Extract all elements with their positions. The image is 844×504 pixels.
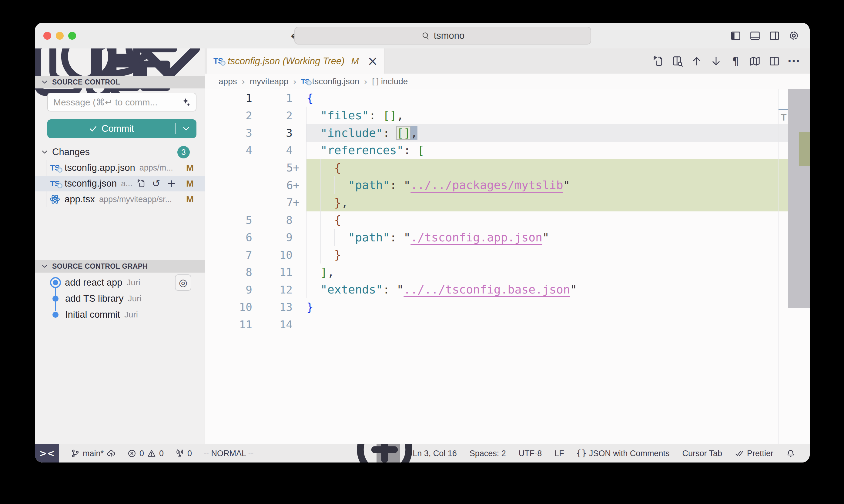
commit-row[interactable]: Initial commitJuri bbox=[35, 307, 205, 323]
gear-icon[interactable] bbox=[788, 30, 799, 41]
status-item-encoding[interactable]: UTF-8 bbox=[519, 449, 542, 458]
activity-item-chevron-down[interactable] bbox=[162, 55, 176, 69]
layout-sidebar-left-icon[interactable] bbox=[730, 30, 741, 41]
original-line-number: 8 bbox=[205, 266, 252, 278]
breadcrumb-item-apps[interactable]: apps bbox=[219, 77, 237, 86]
breadcrumb-separator: › bbox=[242, 76, 245, 87]
pilcrow-button[interactable]: ¶ bbox=[730, 55, 741, 67]
commit-message: add react app bbox=[65, 277, 122, 288]
branch-icon bbox=[71, 449, 80, 458]
document-link[interactable]: ../../tsconfig.base.json bbox=[403, 283, 570, 296]
command-center-search[interactable]: tsmono bbox=[294, 26, 591, 44]
arrow-down-button[interactable] bbox=[710, 55, 722, 67]
minimize-button[interactable] bbox=[56, 32, 64, 40]
split-editor-button[interactable] bbox=[769, 55, 780, 67]
status-item-eol[interactable]: LF bbox=[554, 449, 564, 458]
status-item-zoom-indicator[interactable] bbox=[377, 444, 400, 463]
changed-file-row[interactable]: TStsconfig.jsona...↺+M bbox=[35, 176, 205, 192]
original-line-number: 3 bbox=[205, 127, 252, 139]
code-line[interactable]: 33 "include": [], bbox=[205, 124, 810, 142]
breadcrumb-item-tsconfig-json[interactable]: TStsconfig.json bbox=[301, 77, 359, 86]
tab-close-button[interactable]: × bbox=[367, 55, 378, 68]
status-item-remote-indicator[interactable]: >< bbox=[35, 444, 59, 463]
status-item-cursor-position[interactable]: Ln 3, Col 16 bbox=[413, 449, 457, 458]
changes-section-header[interactable]: Changes 3 bbox=[35, 144, 205, 160]
code-line[interactable]: 1114 bbox=[205, 316, 810, 334]
document-link[interactable]: ./tsconfig.app.json bbox=[411, 231, 542, 244]
status-item-ports-status[interactable]: 0 bbox=[175, 449, 192, 458]
code-line[interactable]: 811 ], bbox=[205, 264, 810, 281]
source-control-header[interactable]: SOURCE CONTROL bbox=[35, 76, 205, 88]
chevron-down-icon[interactable] bbox=[41, 78, 48, 86]
more-actions-button[interactable]: ··· bbox=[788, 55, 799, 67]
open-file-button[interactable] bbox=[652, 55, 664, 67]
editor-scrollbar[interactable] bbox=[788, 89, 810, 444]
open-file-icon[interactable] bbox=[136, 179, 145, 188]
changed-file-row[interactable]: app.tsxapps/myviteapp/sr...M bbox=[35, 192, 205, 207]
status-item-language-mode[interactable]: {}JSON with Comments bbox=[577, 449, 670, 458]
minimap-text: T bbox=[781, 112, 787, 123]
close-button[interactable] bbox=[44, 32, 51, 40]
line-content: { bbox=[307, 89, 313, 107]
commit-row[interactable]: add TS libraryJuri bbox=[35, 290, 205, 307]
status-item-indentation[interactable]: Spaces: 2 bbox=[470, 449, 506, 458]
tab-tsconfig-working-tree[interactable]: TS tsconfig.json (Working Tree) M × bbox=[207, 49, 384, 74]
status-text: main* bbox=[83, 449, 104, 458]
scrollbar-slider[interactable] bbox=[788, 89, 810, 308]
status-item-vim-mode[interactable]: -- NORMAL -- bbox=[203, 449, 254, 458]
sparkle-icon[interactable] bbox=[179, 96, 190, 108]
code-line[interactable]: 5+ { bbox=[205, 159, 810, 177]
window-controls bbox=[44, 23, 76, 49]
titlebar-layout-controls bbox=[730, 23, 799, 49]
chevron-down-icon[interactable] bbox=[41, 148, 48, 156]
changes-file-list: TStsconfig.app.jsonapps/m...MTStsconfig.… bbox=[35, 160, 205, 207]
code-line[interactable]: 1013} bbox=[205, 298, 810, 316]
commit-dropdown-button[interactable] bbox=[176, 125, 196, 133]
document-link[interactable]: ../../packages/mytslib bbox=[411, 178, 563, 192]
modified-line-number: 7+ bbox=[252, 196, 299, 209]
code-line[interactable]: 22 "files": [], bbox=[205, 107, 810, 125]
code-line[interactable]: 710 } bbox=[205, 246, 810, 264]
status-item-formatter[interactable]: Prettier bbox=[735, 449, 773, 458]
breadcrumb-item-myviteapp[interactable]: myviteapp bbox=[250, 77, 289, 86]
cloud-upload-icon bbox=[107, 449, 116, 458]
discard-icon[interactable]: ↺ bbox=[152, 179, 161, 188]
checkout-commit-button[interactable]: ◎ bbox=[175, 274, 191, 291]
layout-panel-icon[interactable] bbox=[750, 30, 761, 41]
source-control-graph-header[interactable]: SOURCE CONTROL GRAPH bbox=[35, 260, 205, 273]
minimap-viewport[interactable] bbox=[778, 90, 788, 110]
diff-editor[interactable]: 11{22 "files": [],33 "include": [],44 "r… bbox=[205, 89, 810, 444]
status-item-branch-status[interactable]: main* bbox=[71, 449, 116, 458]
ts-icon: TS bbox=[49, 178, 60, 189]
layout-sidebar-right-icon[interactable] bbox=[769, 30, 780, 41]
code-line[interactable]: 58 { bbox=[205, 211, 810, 229]
code-line[interactable]: 44 "references": [ bbox=[205, 142, 810, 159]
code-line[interactable]: 69 "path": "./tsconfig.app.json" bbox=[205, 229, 810, 246]
braces-icon: {} bbox=[577, 449, 586, 458]
commit-message-input[interactable]: Message (⌘↵ to comm... bbox=[47, 93, 196, 111]
zoom-button[interactable] bbox=[68, 32, 76, 40]
status-item-cursor-tab[interactable]: Cursor Tab bbox=[682, 449, 722, 458]
line-content: "path": "./tsconfig.app.json" bbox=[307, 229, 549, 246]
arrow-up-button[interactable] bbox=[691, 55, 702, 67]
code-line[interactable]: 912 "extends": "../../tsconfig.base.json… bbox=[205, 281, 810, 299]
code-line[interactable]: 7+ }, bbox=[205, 194, 810, 211]
stage-icon[interactable]: + bbox=[167, 179, 176, 188]
commit-row[interactable]: add react appJuri◎ bbox=[35, 274, 205, 290]
error-icon bbox=[127, 449, 136, 458]
line-content: "path": "../../packages/mytslib" bbox=[307, 177, 570, 194]
chevron-down-icon[interactable] bbox=[41, 263, 48, 270]
code-line[interactable]: 6+ "path": "../../packages/mytslib" bbox=[205, 177, 810, 194]
changed-file-row[interactable]: TStsconfig.app.jsonapps/m...M bbox=[35, 160, 205, 176]
status-item-notifications[interactable] bbox=[786, 449, 795, 458]
commit-button[interactable]: Commit bbox=[47, 119, 196, 138]
minimap[interactable]: T bbox=[778, 89, 788, 444]
breadcrumb-item-include[interactable]: [ ]include bbox=[372, 77, 408, 86]
map-button[interactable] bbox=[749, 55, 761, 67]
code-line[interactable]: 11{ bbox=[205, 89, 810, 107]
typescript-file-icon: TS bbox=[213, 56, 223, 66]
status-item-problems-status[interactable]: 00 bbox=[127, 449, 164, 458]
file-name: tsconfig.json bbox=[65, 178, 117, 189]
line-content: { bbox=[307, 211, 341, 229]
diff-view-button[interactable] bbox=[672, 55, 683, 67]
